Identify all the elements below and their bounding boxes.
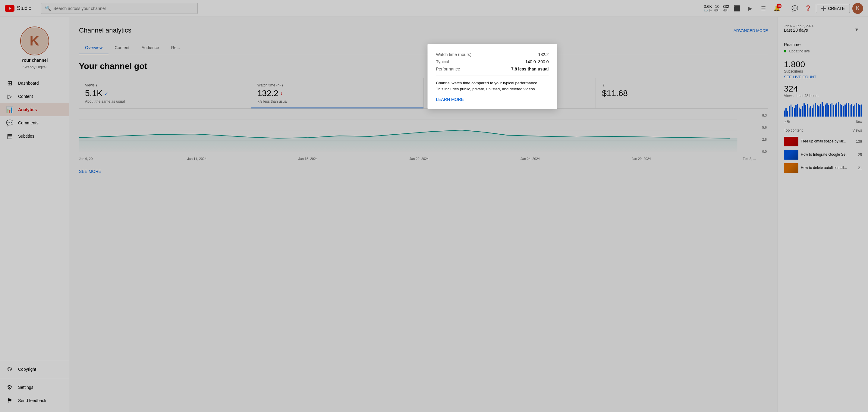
tooltip-typical-label: Typical bbox=[436, 59, 450, 64]
tooltip-card: Watch time (hours) 132.2 Typical 140.0–3… bbox=[428, 44, 557, 109]
tooltip-title-row: Watch time (hours) 132.2 bbox=[436, 52, 549, 57]
tooltip-performance-row: Performance 7.8 less than usual bbox=[436, 67, 549, 71]
tooltip-typical-value: 140.0–300.0 bbox=[525, 59, 549, 64]
tooltip-title-label: Watch time (hours) bbox=[436, 52, 472, 57]
learn-more-link[interactable]: LEARN MORE bbox=[436, 97, 464, 102]
tooltip-description: Channel watch time compared to your typi… bbox=[436, 80, 549, 92]
tooltip-performance-label: Performance bbox=[436, 67, 460, 71]
tooltip-typical-row: Typical 140.0–300.0 bbox=[436, 59, 549, 64]
tooltip-performance-value: 7.8 less than usual bbox=[511, 67, 549, 71]
tooltip-title-value: 132.2 bbox=[538, 52, 549, 57]
